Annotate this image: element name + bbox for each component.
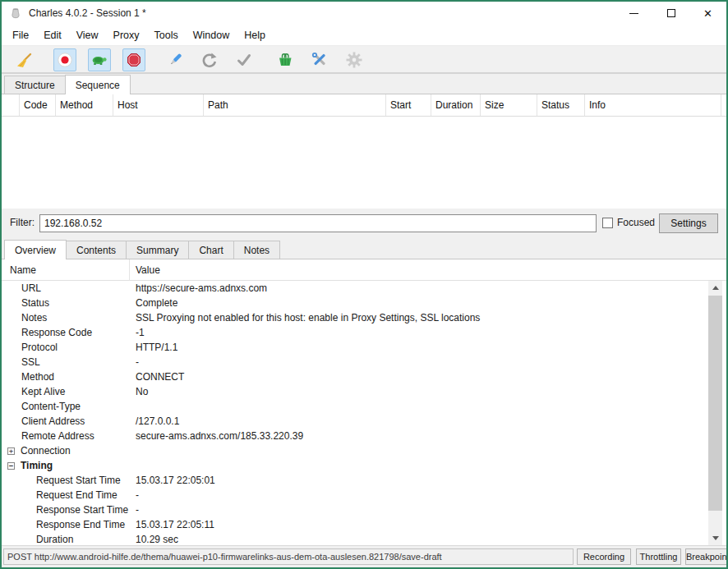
compose-pen-icon xyxy=(166,51,184,69)
table-row-connection[interactable]: +Connection xyxy=(2,443,726,458)
sequence-table-header: Code Method Host Path Start Duration Siz… xyxy=(2,94,726,117)
table-row-content-type[interactable]: Content-Type xyxy=(2,399,726,414)
record-icon xyxy=(57,52,73,68)
filter-input[interactable] xyxy=(39,214,597,232)
tab-chart[interactable]: Chart xyxy=(188,241,233,259)
maximize-button[interactable] xyxy=(652,2,689,25)
tools-button[interactable] xyxy=(308,48,331,71)
tab-summary[interactable]: Summary xyxy=(126,241,189,259)
menu-file[interactable]: File xyxy=(5,26,36,44)
tab-structure[interactable]: Structure xyxy=(4,76,66,94)
column-status[interactable]: Status xyxy=(537,94,585,116)
recording-indicator[interactable]: Recording xyxy=(577,548,631,565)
menu-help[interactable]: Help xyxy=(237,26,273,44)
tools-icon xyxy=(311,51,329,69)
column-host[interactable]: Host xyxy=(113,94,204,116)
menu-window[interactable]: Window xyxy=(186,26,237,44)
settings-button-toolbar[interactable] xyxy=(343,48,366,71)
tab-sequence[interactable]: Sequence xyxy=(65,75,131,94)
filter-label: Filter: xyxy=(10,217,35,228)
table-row-response-end-time[interactable]: Response End Time15.03.17 22:05:11 xyxy=(2,517,726,532)
column-duration[interactable]: Duration xyxy=(431,94,481,116)
settings-gear-icon xyxy=(345,51,363,69)
repeat-button[interactable] xyxy=(198,48,221,71)
menu-tools[interactable]: Tools xyxy=(147,26,186,44)
toolbar xyxy=(2,47,726,74)
throttle-button[interactable] xyxy=(88,48,111,71)
column-info[interactable]: Info xyxy=(585,94,721,116)
scroll-up-icon xyxy=(712,286,719,290)
scroll-down-button[interactable] xyxy=(708,531,722,545)
clear-broom-icon xyxy=(15,51,33,69)
table-row-request-start-time[interactable]: Request Start Time15.03.17 22:05:01 xyxy=(2,473,726,488)
scroll-up-button[interactable] xyxy=(708,281,722,295)
focused-checkbox-group[interactable]: Focused xyxy=(602,217,655,228)
stop-button[interactable] xyxy=(122,48,145,71)
table-row-response-start-time[interactable]: Response Start Time- xyxy=(2,502,726,517)
focused-checkbox[interactable] xyxy=(602,218,613,228)
detail-table-header: Name Value xyxy=(2,259,726,281)
clear-session-button[interactable] xyxy=(12,48,35,71)
session-tab-strip: Structure Sequence xyxy=(2,74,726,94)
table-row-ssl[interactable]: SSL- xyxy=(2,355,726,369)
table-row-protocol[interactable]: ProtocolHTTP/1.1 xyxy=(2,340,726,355)
column-separator xyxy=(129,259,130,281)
shop-button[interactable] xyxy=(274,48,297,71)
column-start[interactable]: Start xyxy=(386,94,431,116)
maximize-icon xyxy=(667,9,675,17)
scrollbar-thumb[interactable] xyxy=(708,296,722,511)
table-row-notes[interactable]: NotesSSL Proxying not enabled for this h… xyxy=(2,310,726,325)
table-row-status[interactable]: StatusComplete xyxy=(2,296,726,310)
table-row-method[interactable]: MethodCONNECT xyxy=(2,369,726,384)
focused-label: Focused xyxy=(617,217,655,228)
repeat-icon xyxy=(200,51,219,69)
validate-button[interactable] xyxy=(233,48,256,71)
record-button[interactable] xyxy=(53,48,76,71)
table-row-remote-address[interactable]: Remote Addresssecure-ams.adnxs.com/185.3… xyxy=(2,429,726,443)
expand-icon[interactable]: + xyxy=(7,447,15,455)
vertical-scrollbar[interactable] xyxy=(708,281,722,545)
tab-contents[interactable]: Contents xyxy=(66,241,127,259)
throttle-turtle-icon xyxy=(90,51,108,69)
detail-column-value: Value xyxy=(136,264,160,276)
table-row-url[interactable]: URLhttps://secure-ams.adnxs.com xyxy=(2,281,726,296)
table-row-request-end-time[interactable]: Request End Time- xyxy=(2,488,726,502)
stop-icon xyxy=(126,52,142,68)
validate-check-icon xyxy=(235,51,253,69)
menu-edit[interactable]: Edit xyxy=(36,26,69,44)
charles-window: Charles 4.0.2 - Session 1 * ✕ File Edit … xyxy=(0,0,728,569)
breakpoints-indicator[interactable]: Breakpoints xyxy=(685,548,728,565)
column-method[interactable]: Method xyxy=(56,94,113,116)
tab-notes[interactable]: Notes xyxy=(233,241,280,259)
menu-bar: File Edit View Proxy Tools Window Help xyxy=(2,25,726,46)
table-row-timing[interactable]: −Timing xyxy=(2,458,726,473)
column-blank[interactable] xyxy=(2,94,20,116)
menu-view[interactable]: View xyxy=(69,26,106,44)
scroll-down-icon xyxy=(712,536,719,540)
minimize-icon xyxy=(629,13,638,14)
compose-button[interactable] xyxy=(164,48,187,71)
collapse-icon[interactable]: − xyxy=(7,462,15,470)
filter-bar: Filter: Focused Settings xyxy=(2,209,726,238)
detail-tab-strip: Overview Contents Summary Chart Notes xyxy=(2,239,726,259)
sequence-table-body[interactable] xyxy=(2,117,726,209)
detail-column-name: Name xyxy=(10,264,36,276)
table-row-response-code[interactable]: Response Code-1 xyxy=(2,325,726,340)
close-icon: ✕ xyxy=(703,7,712,20)
filter-settings-button[interactable]: Settings xyxy=(659,213,718,233)
column-code[interactable]: Code xyxy=(20,94,56,116)
column-path[interactable]: Path xyxy=(204,94,386,116)
table-row-client-address[interactable]: Client Address/127.0.0.1 xyxy=(2,414,726,429)
shop-basket-icon xyxy=(276,51,294,69)
tab-overview[interactable]: Overview xyxy=(4,240,67,259)
close-button[interactable]: ✕ xyxy=(689,2,726,25)
overview-table: URLhttps://secure-ams.adnxs.com StatusCo… xyxy=(2,281,726,546)
column-size[interactable]: Size xyxy=(481,94,537,116)
minimize-button[interactable] xyxy=(615,2,652,25)
table-row-duration[interactable]: Duration10.29 sec xyxy=(2,532,726,546)
table-row-kept-alive[interactable]: Kept AliveNo xyxy=(2,384,726,399)
window-title: Charles 4.0.2 - Session 1 * xyxy=(29,7,146,19)
menu-proxy[interactable]: Proxy xyxy=(106,26,147,44)
status-message: POST http://www.android-hilfe.de/thema/h… xyxy=(3,548,574,565)
throttling-indicator[interactable]: Throttling xyxy=(636,548,681,565)
